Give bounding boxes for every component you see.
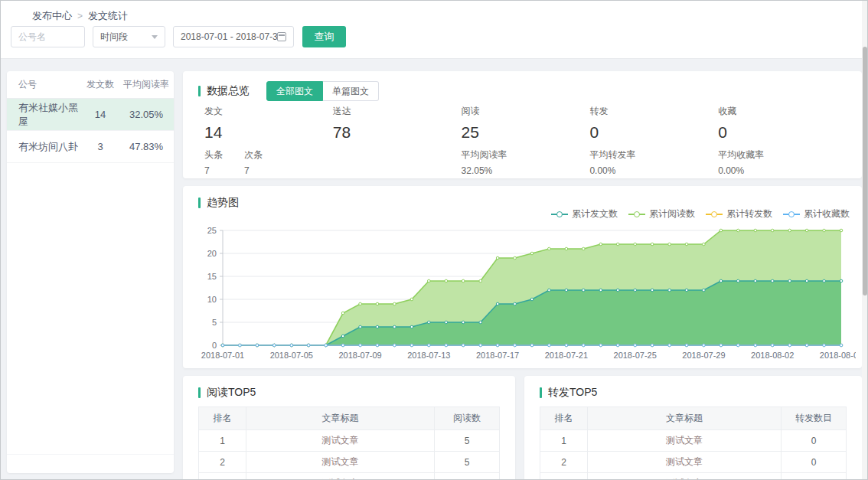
stat-favorited: 收藏 0 平均收藏率 0.00% — [718, 105, 847, 176]
stat-published: 发文 14 头条 7 次条 7 — [204, 105, 333, 176]
read-top5-title-text: 阅读TOP5 — [207, 386, 256, 400]
tab-single-article[interactable]: 单篇图文 — [323, 81, 379, 101]
col-rank: 排名 — [540, 407, 588, 429]
account-post-count: 3 — [82, 141, 119, 152]
stat-label: 收藏 — [718, 105, 847, 118]
accounts-panel-footer-divider — [7, 454, 174, 455]
rank-cell: 1 — [199, 430, 246, 451]
account-post-count: 14 — [82, 109, 119, 120]
trend-chart-svg: 05101520252018-07-012018-07-052018-07-09… — [189, 224, 856, 367]
stat-sub-headline: 头条 7 — [204, 149, 223, 176]
stat-value: 14 — [204, 123, 333, 142]
table-row: 3 测试文章 0 — [540, 473, 846, 480]
accounts-header-rate: 平均阅读率 — [119, 78, 174, 91]
stat-sub-read-rate: 平均阅读率 32.05% — [462, 149, 507, 176]
account-read-rate: 47.83% — [119, 141, 174, 152]
article-title-link[interactable]: 测试文章 — [666, 477, 703, 480]
svg-text:2018-07-05: 2018-07-05 — [270, 351, 313, 360]
article-title-link[interactable]: 测试文章 — [666, 456, 703, 469]
forward-count-cell: 0 — [782, 436, 846, 446]
stat-sub-value: 32.05% — [462, 165, 507, 176]
stat-sub-value: 7 — [204, 165, 223, 176]
stat-sub-value: 0.00% — [718, 165, 764, 176]
calendar-icon — [277, 32, 286, 41]
stat-sub-label: 平均收藏率 — [718, 149, 764, 162]
trend-title-text: 趋势图 — [207, 196, 239, 210]
rank-cell: 2 — [199, 452, 246, 472]
read-top5-table: 排名 文章标题 阅读数 1 测试文章 5 2 测试文章 5 3 测试文章 4 — [198, 407, 500, 480]
period-select-value: 时间段 — [100, 31, 128, 44]
stat-sub-label: 头条 — [204, 149, 223, 162]
tab-all-articles[interactable]: 全部图文 — [266, 81, 323, 101]
article-title-link[interactable]: 测试文章 — [322, 434, 359, 447]
legend-label: 累计发文数 — [572, 207, 618, 220]
forward-top5-title: 转发TOP5 — [540, 386, 597, 400]
accounts-panel: 公号 发文数 平均阅读率 有米社媒小黑屋 14 32.05% 有米坊间八卦 3 … — [7, 71, 174, 473]
account-row[interactable]: 有米坊间八卦 3 47.83% — [7, 131, 174, 163]
article-title-link[interactable]: 测试文章 — [322, 477, 359, 480]
stat-label: 发文 — [204, 105, 333, 118]
article-title-link[interactable]: 测试文章 — [666, 434, 703, 447]
accounts-table-header: 公号 发文数 平均阅读率 — [7, 71, 174, 99]
trend-chart: 05101520252018-07-012018-07-052018-07-09… — [189, 224, 856, 370]
chevron-down-icon — [152, 35, 158, 39]
svg-text:2018-07-21: 2018-07-21 — [545, 351, 588, 360]
legend-marker-icon — [551, 211, 568, 218]
trend-panel: 趋势图 累计发文数累计阅读数累计转发数累计收藏数 05101520252018-… — [183, 186, 862, 368]
svg-text:2018-07-09: 2018-07-09 — [338, 351, 381, 360]
stat-sub-favorite-rate: 平均收藏率 0.00% — [718, 149, 764, 176]
vertical-scrollbar[interactable] — [862, 1, 867, 480]
article-title-link[interactable]: 测试文章 — [322, 456, 359, 469]
breadcrumb-root[interactable]: 发布中心 — [32, 10, 72, 21]
table-row: 2 测试文章 0 — [540, 452, 846, 473]
date-range-input[interactable] — [181, 31, 277, 42]
forward-count-cell: 0 — [782, 457, 846, 468]
overview-tabs: 全部图文 单篇图文 — [266, 81, 379, 101]
legend-item[interactable]: 累计阅读数 — [628, 207, 695, 220]
stat-delivered: 送达 78 — [333, 105, 462, 176]
read-top5-title: 阅读TOP5 — [198, 386, 256, 400]
read-count-cell: 5 — [435, 436, 499, 446]
rank-cell: 3 — [199, 473, 246, 480]
rank-cell: 2 — [540, 452, 588, 472]
search-button[interactable]: 查询 — [302, 26, 346, 47]
forward-top5-table: 排名 文章标题 转发数目 1 测试文章 0 2 测试文章 0 3 测试文章 0 — [540, 407, 847, 480]
breadcrumb: 发布中心>发文统计 — [32, 9, 128, 23]
overview-title: 数据总览 — [198, 84, 250, 98]
section-title-bar — [198, 198, 201, 208]
app-window: 发布中心>发文统计 时间段 查询 公号 发文数 平均阅读率 有米社媒小黑屋 — [0, 0, 868, 480]
svg-text:15: 15 — [207, 272, 217, 281]
forward-top5-title-text: 转发TOP5 — [548, 386, 597, 400]
date-range-field[interactable] — [173, 26, 294, 47]
stat-sub-forward-rate: 平均转发率 0.00% — [589, 149, 635, 176]
section-title-bar — [540, 387, 542, 398]
account-name-input[interactable] — [18, 31, 77, 42]
scrollbar-thumb[interactable] — [863, 47, 867, 296]
stat-sub-value: 0.00% — [589, 165, 635, 176]
stat-value: 0 — [718, 123, 847, 142]
stat-sub-label: 次条 — [244, 149, 263, 162]
table-row: 1 测试文章 0 — [540, 430, 846, 452]
legend-item[interactable]: 累计转发数 — [706, 207, 772, 220]
legend-item[interactable]: 累计收藏数 — [783, 207, 850, 220]
legend-item[interactable]: 累计发文数 — [551, 207, 618, 220]
overview-stats: 发文 14 头条 7 次条 7 送达 78 阅读 — [204, 105, 847, 176]
svg-text:2018-07-29: 2018-07-29 — [682, 351, 725, 360]
period-select[interactable]: 时间段 — [93, 26, 165, 47]
svg-text:20: 20 — [207, 249, 217, 258]
account-name-field[interactable] — [11, 26, 85, 47]
svg-text:2018-07-01: 2018-07-01 — [201, 351, 244, 360]
col-read-count: 阅读数 — [435, 412, 499, 425]
stat-label: 送达 — [333, 105, 462, 118]
stat-label: 阅读 — [462, 105, 590, 118]
legend-marker-icon — [706, 211, 723, 218]
table-header-row: 排名 文章标题 转发数目 — [540, 407, 846, 430]
filter-bar: 时间段 查询 — [11, 26, 346, 47]
account-row[interactable]: 有米社媒小黑屋 14 32.05% — [7, 99, 174, 131]
stat-sub-label: 平均转发率 — [589, 149, 635, 162]
trend-title: 趋势图 — [198, 196, 239, 210]
col-rank: 排名 — [199, 407, 246, 429]
rank-cell: 1 — [540, 430, 588, 451]
breadcrumb-separator: > — [77, 11, 83, 21]
section-title-bar — [198, 86, 201, 96]
